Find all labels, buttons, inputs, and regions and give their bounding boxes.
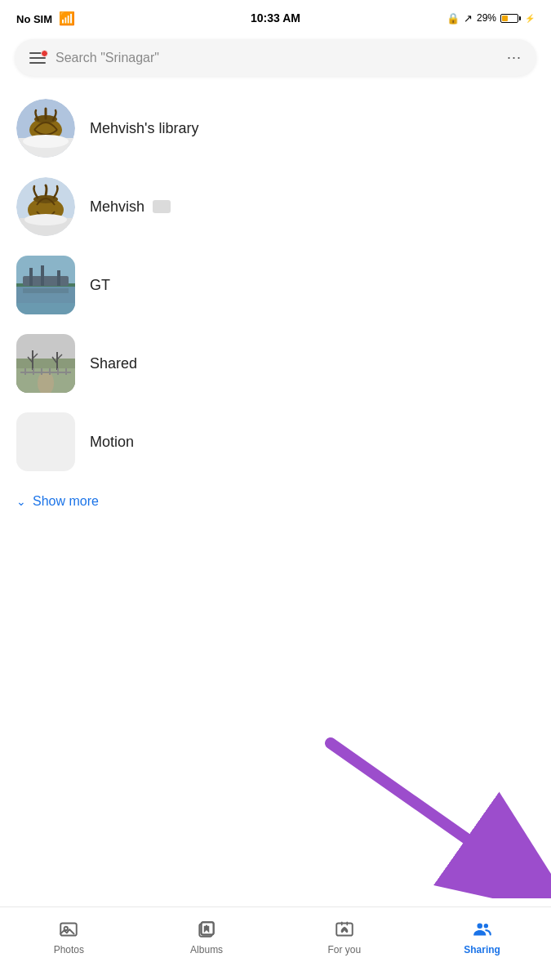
svg-rect-18 bbox=[23, 288, 69, 293]
list-item[interactable]: GT bbox=[8, 246, 543, 324]
thumbnail bbox=[16, 334, 75, 393]
list-item[interactable]: Mehvish bbox=[8, 167, 543, 246]
item-badge bbox=[153, 200, 171, 213]
thumbnail bbox=[16, 99, 75, 158]
thumbnail bbox=[16, 256, 75, 314]
nav-label-albums: Albums bbox=[190, 944, 223, 956]
bottom-nav: Photos Albums For you bbox=[0, 906, 551, 980]
lock-icon: 🔒 bbox=[447, 12, 460, 24]
list-item[interactable]: Mehvish's library bbox=[8, 89, 543, 167]
chevron-down-icon: ⌄ bbox=[16, 495, 26, 508]
menu-button[interactable] bbox=[29, 52, 46, 64]
item-label: Mehvish bbox=[90, 198, 144, 216]
library-list: Mehvish's library Mehvish bbox=[0, 89, 551, 481]
svg-rect-32 bbox=[41, 368, 42, 375]
item-label: Motion bbox=[90, 434, 134, 451]
nav-label-sharing: Sharing bbox=[464, 944, 500, 956]
svg-rect-14 bbox=[29, 268, 33, 286]
svg-rect-34 bbox=[57, 368, 59, 375]
list-item[interactable]: Motion bbox=[8, 403, 543, 481]
nav-label-photos: Photos bbox=[54, 944, 84, 956]
item-label-row: GT bbox=[90, 277, 110, 294]
svg-rect-29 bbox=[20, 372, 71, 373]
show-more-button[interactable]: ⌄ Show more bbox=[0, 481, 551, 522]
nav-label-for-you: For you bbox=[328, 944, 362, 956]
show-more-label: Show more bbox=[33, 494, 99, 509]
svg-rect-33 bbox=[49, 368, 51, 375]
item-label-row: Mehvish's library bbox=[90, 120, 198, 137]
battery-percent: 29% bbox=[477, 12, 496, 24]
time-label: 10:33 AM bbox=[251, 11, 300, 24]
photos-icon bbox=[58, 919, 79, 940]
svg-line-37 bbox=[331, 743, 522, 878]
status-bar: No SIM 📶 10:33 AM 🔒 ↗ 29% ⚡ bbox=[0, 0, 551, 33]
svg-point-45 bbox=[483, 924, 487, 928]
more-options-button[interactable]: ··· bbox=[507, 49, 522, 66]
thumbnail bbox=[16, 412, 75, 471]
nav-item-sharing[interactable]: Sharing bbox=[413, 915, 551, 959]
svg-rect-16 bbox=[57, 270, 60, 286]
status-right: 🔒 ↗ 29% ⚡ bbox=[447, 12, 535, 24]
notification-dot bbox=[41, 50, 48, 57]
thumbnail bbox=[16, 177, 75, 236]
svg-rect-35 bbox=[65, 368, 67, 375]
albums-icon bbox=[196, 919, 217, 940]
item-label: GT bbox=[90, 277, 110, 294]
item-label: Mehvish's library bbox=[90, 120, 198, 137]
nav-item-albums[interactable]: Albums bbox=[138, 915, 276, 959]
charging-icon: ⚡ bbox=[525, 14, 535, 23]
search-input[interactable]: Search "Srinagar" bbox=[56, 51, 497, 65]
item-label-row: Mehvish bbox=[90, 198, 171, 216]
carrier-label: No SIM 📶 bbox=[16, 11, 75, 26]
item-label-row: Shared bbox=[90, 355, 137, 372]
sharing-icon bbox=[472, 919, 493, 940]
nav-item-photos[interactable]: Photos bbox=[0, 915, 138, 959]
battery-icon bbox=[500, 14, 521, 23]
nav-item-for-you[interactable]: For you bbox=[276, 915, 414, 959]
location-icon: ↗ bbox=[464, 12, 473, 24]
list-item[interactable]: Shared bbox=[8, 324, 543, 403]
svg-point-9 bbox=[24, 214, 67, 225]
svg-point-4 bbox=[23, 135, 69, 148]
for-you-icon bbox=[334, 919, 355, 940]
item-label-row: Motion bbox=[90, 434, 134, 451]
svg-rect-30 bbox=[24, 368, 26, 375]
item-label: Shared bbox=[90, 355, 137, 372]
svg-rect-15 bbox=[41, 265, 44, 286]
search-bar[interactable]: Search "Srinagar" ··· bbox=[15, 39, 536, 76]
svg-point-44 bbox=[477, 923, 482, 929]
annotation-arrow bbox=[306, 735, 551, 898]
svg-rect-31 bbox=[33, 368, 34, 375]
